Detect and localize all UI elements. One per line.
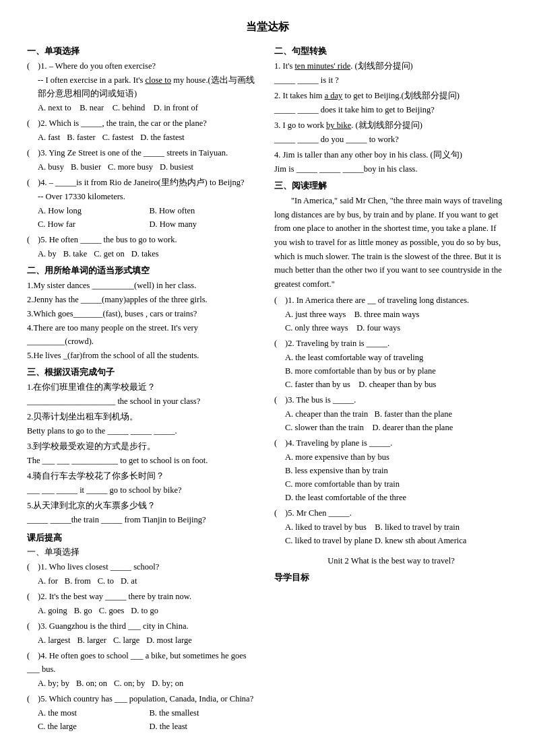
q2-options: A. fastB. fasterC. fastestD. the fastest xyxy=(38,131,261,144)
post-question-1: ()1. Who lives closest _____ school? A. … xyxy=(27,560,261,588)
reading-passage: "In America," said Mr Chen, "the three m… xyxy=(274,194,508,291)
footer-goal: 导学目标 xyxy=(274,572,508,584)
question-1: ()1. – Where do you often exercise? -- I… xyxy=(27,59,261,114)
q3-options: A. busyB. busierC. more busyD. busiest xyxy=(38,160,261,174)
section1-title: 一、单项选择 xyxy=(27,45,261,57)
page: 当堂达标 一、单项选择 ()1. – Where do you often ex… xyxy=(27,20,508,735)
q1-paren: ( xyxy=(27,59,38,73)
rq4-options: A. more expensive than by bus B. less ex… xyxy=(285,450,508,504)
pq5-options: A. the mostB. the smallest C. the largeD… xyxy=(38,706,261,733)
cn-q5: 5.从天津到北京的火车票多少钱？ _____ _____the train __… xyxy=(27,499,261,526)
st-2: 2. It takes him a day to get to Beijing.… xyxy=(274,89,508,116)
question-2: ()2. Which is _____, the train, the car … xyxy=(27,116,261,144)
fill-q3: 3.Which goes_______(fast), buses , cars … xyxy=(27,307,261,320)
two-column-layout: 一、单项选择 ()1. – Where do you often exercis… xyxy=(27,41,508,735)
pq4-options: A. by; byB. on; onC. on; byD. by; on xyxy=(38,677,261,690)
rq5-options: A. liked to travel by bus B. liked to tr… xyxy=(285,520,508,547)
right-column: 二、句型转换 1. It's ten minutes' ride. (划线部分提… xyxy=(274,41,508,735)
question-5: ()5. He often _____ the bus to go to wor… xyxy=(27,233,261,261)
right-section1-title: 二、句型转换 xyxy=(274,45,508,57)
st-1: 1. It's ten minutes' ride. (划线部分提问) ____… xyxy=(274,59,508,87)
fill-q1: 1.My sister dances __________(well) in h… xyxy=(27,279,261,292)
rq1-options: A. just three ways B. three main ways C.… xyxy=(285,308,508,335)
cn-q4: 4.骑自行车去学校花了你多长时间？ ___ ___ _____ it _____… xyxy=(27,469,261,497)
rq2-options: A. the least comfortable way of travelin… xyxy=(285,351,508,391)
question-4: ()4. – _____is it from Rio de Janeiro(里约… xyxy=(27,176,261,231)
left-column: 一、单项选择 ()1. – Where do you often exercis… xyxy=(27,41,261,735)
cn-q1: 1.在你们班里谁住的离学校最近？ _____________________ t… xyxy=(27,380,261,408)
section2-title: 二、用所给单词的适当形式填空 xyxy=(27,265,261,277)
reading-q3: ()3. The bus is _____. A. cheaper than t… xyxy=(274,393,508,434)
pq2-options: A. goingB. goC. goesD. to go xyxy=(38,604,261,617)
reading-q2: ()2. Traveling by train is _____. A. the… xyxy=(274,337,508,391)
section3-title: 三、根据汉语完成句子 xyxy=(27,366,261,378)
q1-options: A. next to B. near C. behind D. in front… xyxy=(38,101,261,114)
question-3: ()3. Ying Ze Street is one of the _____ … xyxy=(27,146,261,174)
fill-q5: 5.He lives _(far)from the school of all … xyxy=(27,349,261,362)
post-question-3: ()3. Guangzhou is the third ___ city in … xyxy=(27,619,261,647)
reading-q4: ()4. Traveling by plane is _____. A. mor… xyxy=(274,436,508,504)
post-question-5: ()5. Which country has ___ population, C… xyxy=(27,692,261,733)
footer-unit: Unit 2 What is the best way to travel? xyxy=(274,554,508,568)
fill-q2: 2.Jenny has the _____(many)apples of the… xyxy=(27,293,261,306)
cn-q2: 2.贝蒂计划坐出租车到机场。 Betty plans to go to the … xyxy=(27,410,261,438)
post-question-4: ()4. He often goes to school ___ a bike,… xyxy=(27,649,261,690)
q4-options: A. How longB. How often C. How farD. How… xyxy=(38,204,261,231)
reading-q1: ()1. In America there are __ of travelin… xyxy=(274,294,508,335)
pq1-options: A. forB. fromC. toD. at xyxy=(38,574,261,588)
st-4: 4. Jim is taller than any other boy in h… xyxy=(274,148,508,176)
post-question-2: ()2. It's the best way _____ there by tr… xyxy=(27,590,261,617)
right-section2-title: 三、阅读理解 xyxy=(274,180,508,192)
cn-q3: 3.到学校最受欢迎的方式是步行。 The ___ ___ ___________… xyxy=(27,440,261,467)
section4-title: 课后提高 xyxy=(27,532,261,544)
rq3-options: A. cheaper than the train B. faster than… xyxy=(285,407,508,434)
section4-sub: 一、单项选择 xyxy=(27,546,261,558)
fill-q4: 4.There are too many people on the stree… xyxy=(27,321,261,348)
q5-options: A. byB. takeC. get onD. takes xyxy=(38,247,261,261)
reading-q5: ()5. Mr Chen _____. A. liked to travel b… xyxy=(274,506,508,547)
pq3-options: A. largestB. largerC. largeD. most large xyxy=(38,633,261,647)
st-3: 3. I go to work by bike. (就划线部分提问) _____… xyxy=(274,118,508,146)
page-title: 当堂达标 xyxy=(27,20,508,34)
